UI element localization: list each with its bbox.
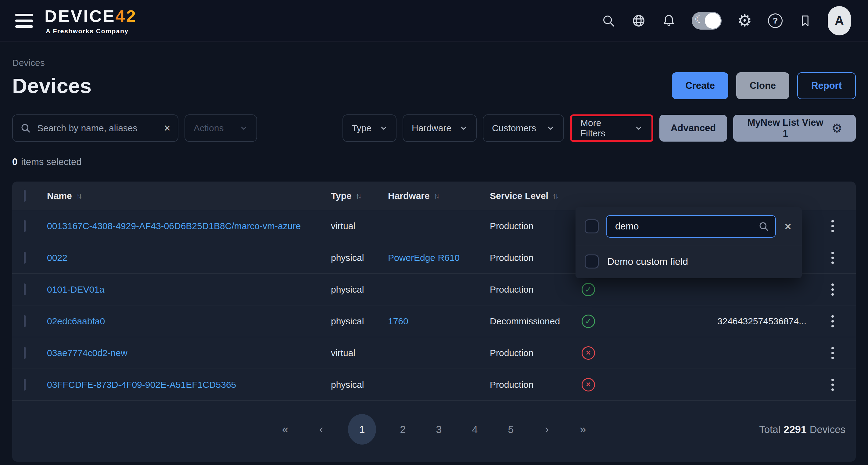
custom-field-value: 3246432574536874...	[611, 316, 828, 326]
device-name-link[interactable]: 0101-DEV01a	[47, 284, 331, 295]
pagination-first[interactable]: «	[276, 423, 294, 436]
table-header: Name↑↓ Type↑↓ Hardware↑↓ Service Level↑↓	[12, 181, 856, 210]
panel-close-icon[interactable]: ×	[783, 220, 793, 233]
toggle-knob	[705, 13, 721, 29]
row-menu-icon[interactable]	[828, 376, 837, 394]
bell-icon[interactable]	[662, 14, 676, 28]
actions-dropdown[interactable]: Actions	[185, 114, 257, 142]
filters-toolbar: × Actions Type Hardware Customers More F…	[12, 114, 856, 142]
clone-button[interactable]: Clone	[736, 72, 789, 99]
column-header-service-level[interactable]: Service Level↑↓	[490, 191, 558, 201]
device-name-link[interactable]: 03ae7774c0d2-new	[47, 348, 331, 358]
chevron-down-icon	[546, 124, 555, 133]
row-checkbox[interactable]	[24, 315, 26, 327]
search-icon	[758, 221, 769, 232]
main-content: Devices Devices Create Clone Report × Ac…	[0, 58, 868, 462]
filter-hardware-label: Hardware	[412, 123, 452, 133]
device-search[interactable]: ×	[12, 114, 179, 142]
hardware-link[interactable]: 1760	[388, 316, 490, 326]
panel-search-input[interactable]	[615, 221, 754, 232]
sort-icon: ↑↓	[553, 192, 558, 200]
row-menu-icon[interactable]	[828, 217, 837, 235]
logo-text: DEVICE42	[44, 8, 137, 25]
row-menu-icon[interactable]	[828, 312, 837, 330]
total-devices: Total2291Devices	[759, 424, 845, 435]
status-ok-icon: ✓	[582, 315, 595, 328]
chevron-down-icon	[459, 124, 468, 133]
breadcrumb[interactable]: Devices	[12, 58, 45, 68]
sort-icon: ↑↓	[356, 192, 361, 200]
pagination-next[interactable]: ›	[538, 423, 556, 436]
clear-search-icon[interactable]: ×	[164, 123, 170, 134]
device-name-link[interactable]: 0022	[47, 253, 331, 263]
row-checkbox[interactable]	[24, 347, 26, 359]
pagination-last[interactable]: »	[574, 423, 592, 436]
page-title: Devices	[12, 74, 92, 98]
pagination-page-5[interactable]: 5	[502, 424, 520, 435]
view-gear-icon: ⚙	[831, 122, 842, 134]
avatar[interactable]: A	[828, 6, 851, 35]
filter-hardware[interactable]: Hardware	[403, 114, 477, 142]
select-all-checkbox[interactable]	[24, 190, 26, 202]
menu-icon[interactable]	[15, 14, 33, 28]
device42-logo[interactable]: DEVICE42 A Freshworks Company	[44, 8, 137, 34]
create-button[interactable]: Create	[672, 72, 728, 99]
row-checkbox[interactable]	[24, 220, 26, 232]
row-checkbox[interactable]	[24, 252, 26, 264]
filter-customers[interactable]: Customers	[483, 114, 564, 142]
globe-icon[interactable]	[631, 13, 646, 28]
logo-number: 42	[116, 6, 137, 26]
row-menu-icon[interactable]	[828, 344, 837, 362]
list-view-button[interactable]: MyNew List View 1 ⚙	[733, 115, 856, 142]
selection-count: 0	[12, 156, 18, 167]
search-input-icon	[20, 123, 31, 134]
actions-label: Actions	[194, 123, 223, 133]
table-row: 03FFCDFE-873D-4F09-902E-A51EF1CD5365 phy…	[12, 369, 856, 401]
hardware-link[interactable]: PowerEdge R610	[388, 253, 490, 263]
table-row: 0101-DEV01a physical Production ✓	[12, 274, 856, 306]
list-view-label: MyNew List View 1	[747, 117, 824, 139]
device-name-link[interactable]: 0013167C-4308-4929-AF43-06D6B25D1B8C/mar…	[47, 221, 331, 231]
bookmark-icon[interactable]	[799, 14, 812, 27]
search-icon[interactable]	[601, 14, 616, 28]
pagination-page-4[interactable]: 4	[466, 424, 484, 435]
help-icon[interactable]: ?	[768, 13, 783, 28]
option-checkbox[interactable]	[585, 255, 599, 268]
panel-option-demo-custom-field[interactable]: Demo custom field	[576, 246, 802, 278]
column-header-hardware[interactable]: Hardware↑↓	[388, 191, 439, 201]
pagination-page-1[interactable]: 1	[348, 414, 376, 444]
row-checkbox[interactable]	[24, 284, 26, 295]
chevron-down-icon	[379, 124, 388, 133]
row-checkbox[interactable]	[24, 379, 26, 390]
pagination: « ‹ 1 2 3 4 5 › » Total2291Devices	[12, 405, 856, 454]
gear-icon[interactable]: ⚙	[738, 12, 752, 29]
theme-toggle[interactable]: ☾	[692, 12, 722, 30]
pagination-page-2[interactable]: 2	[394, 424, 412, 435]
pagination-page-3[interactable]: 3	[430, 424, 448, 435]
service-level: Production	[490, 253, 582, 263]
column-header-name[interactable]: Name↑↓	[47, 191, 81, 201]
column-header-type[interactable]: Type↑↓	[331, 191, 361, 201]
more-filters-panel: × Demo custom field	[576, 207, 802, 278]
row-menu-icon[interactable]	[828, 281, 837, 299]
device42-app: DEVICE42 A Freshworks Company ☾ ⚙ ?	[0, 0, 868, 465]
filter-more-filters[interactable]: More Filters	[570, 114, 653, 142]
option-label: Demo custom field	[607, 256, 688, 267]
device-type: physical	[331, 284, 388, 295]
filter-customers-label: Customers	[492, 123, 536, 133]
device-name-link[interactable]: 02edc6aabfa0	[47, 316, 331, 326]
service-level: Decommissioned	[490, 316, 582, 326]
panel-search[interactable]	[606, 215, 776, 238]
search-input[interactable]	[37, 123, 159, 134]
filter-type[interactable]: Type	[342, 114, 397, 142]
selection-label: items selected	[21, 156, 82, 167]
advanced-button[interactable]: Advanced	[659, 115, 727, 142]
report-button[interactable]: Report	[797, 72, 856, 99]
status-error-icon: ×	[582, 378, 595, 391]
panel-select-checkbox[interactable]	[585, 220, 599, 233]
row-menu-icon[interactable]	[828, 249, 837, 267]
pagination-prev[interactable]: ‹	[312, 423, 330, 436]
filter-more-filters-label: More Filters	[580, 118, 626, 139]
total-count: 2291	[783, 424, 807, 435]
device-name-link[interactable]: 03FFCDFE-873D-4F09-902E-A51EF1CD5365	[47, 380, 331, 390]
